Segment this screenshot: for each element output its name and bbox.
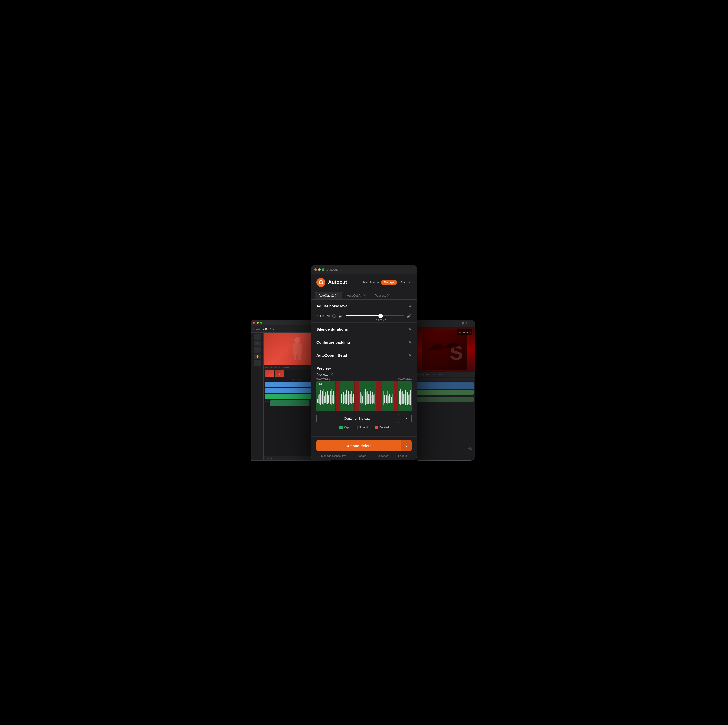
macbook-import-tab[interactable]: Import (252, 328, 261, 330)
svg-rect-21 (318, 395, 319, 402)
tab-podcast[interactable]: Podcast i (371, 292, 394, 299)
svg-rect-48 (343, 392, 344, 404)
configure-padding-header[interactable]: Configure padding ∨ (311, 336, 417, 349)
window-close-button[interactable] (314, 268, 317, 271)
svg-rect-84 (383, 394, 383, 402)
svg-rect-92 (388, 396, 389, 402)
macbook-sidebar-home-icon[interactable]: ⌂ (254, 334, 261, 340)
cut-dropdown-button[interactable]: ∨ (401, 440, 411, 451)
manage-button[interactable]: Manage (381, 280, 397, 285)
silence-durations-chevron-icon: ∨ (408, 327, 411, 332)
svg-rect-112 (409, 391, 409, 405)
configure-padding-title: Configure padding (317, 340, 350, 344)
svg-rect-63 (360, 392, 361, 402)
window-maximize-button[interactable] (322, 268, 324, 271)
svg-rect-113 (409, 394, 410, 405)
macbook-maximize-dot[interactable] (260, 322, 262, 324)
legend-kept-dot (339, 426, 343, 429)
ipad-time-ruler (416, 378, 474, 381)
autozoom-header[interactable]: AutoZoom (Beta) ∨ (311, 349, 417, 362)
svg-rect-25 (321, 392, 321, 404)
macbook-sidebar-pen-icon[interactable]: ✒ (254, 347, 261, 353)
tab-autocut-v2[interactable]: AutoCut v2 i (315, 292, 342, 299)
center-on-indicator-button[interactable]: Center on indicator (317, 414, 399, 423)
svg-rect-105 (404, 396, 404, 402)
noise-label: Noise level i (317, 314, 336, 318)
ipad-scroll-indicator[interactable] (468, 447, 472, 450)
lang-dropdown-icon: ▾ (404, 281, 405, 284)
legend-deleted: Deleted (375, 426, 389, 429)
legend-no-audio-dot (354, 426, 358, 429)
noise-slider[interactable]: -32.02 dB (346, 314, 404, 318)
svg-rect-86 (384, 395, 385, 402)
svg-rect-22 (319, 391, 319, 404)
noise-info-icon[interactable]: i (332, 314, 336, 318)
macbook-time-label: 1:00:00 (283, 366, 290, 369)
svg-rect-55 (349, 391, 349, 405)
svg-rect-77 (370, 391, 371, 404)
svg-rect-60 (352, 395, 352, 402)
configure-padding-section: Configure padding ∨ (311, 336, 417, 349)
tutorials-link[interactable]: Tutorials (355, 454, 366, 457)
time-range-row: 00:00:06.11 00:00:16.11 (317, 377, 411, 380)
svg-rect-46 (342, 391, 343, 404)
svg-rect-23 (320, 394, 320, 404)
macbook-minimize-dot[interactable] (257, 322, 258, 324)
logo-area: Autocut (317, 278, 347, 287)
svg-rect-72 (367, 395, 367, 402)
svg-rect-81 (373, 395, 373, 402)
macbook-status-fps: 3.976 fps (265, 457, 274, 459)
ipad-preview-area: S 1/2 00:03:0 (414, 327, 474, 372)
silence-durations-header[interactable]: Silence durations ∨ (311, 323, 417, 336)
cut-button-row: Cut and delete ∨ (317, 440, 411, 451)
svg-rect-1 (293, 343, 302, 355)
preview-label: Preview: (317, 373, 328, 376)
svg-rect-66 (362, 396, 363, 402)
more-options-button[interactable]: ⋯ (407, 280, 411, 285)
macbook-edit-tab[interactable]: Edit (262, 327, 268, 330)
noise-slider-thumb[interactable] (378, 314, 383, 318)
legend-no-audio: No audio (354, 426, 370, 429)
macbook-sidebar-hand-icon[interactable]: ✋ (254, 354, 261, 359)
ipad-top-bar: ⊞ ⬆ ☰ (414, 320, 474, 327)
tab-autocut-v2-info-icon[interactable]: i (335, 294, 338, 297)
noise-slider-track (346, 315, 404, 317)
cut-and-delete-button[interactable]: Cut and delete (317, 440, 401, 451)
preview-info-icon[interactable]: i (329, 373, 333, 376)
window-minimize-button[interactable] (318, 268, 321, 271)
svg-rect-69 (364, 391, 365, 404)
next-button[interactable]: › (401, 414, 411, 423)
svg-rect-24 (320, 390, 321, 405)
macbook-close-dot[interactable] (253, 322, 255, 324)
svg-rect-106 (405, 394, 405, 402)
bug-report-link[interactable]: Bug report (376, 454, 388, 457)
logout-link[interactable]: Logout (398, 454, 407, 457)
svg-rect-83 (375, 394, 375, 404)
tab-podcast-info-icon[interactable]: i (387, 294, 390, 297)
noise-level-header[interactable]: Adjust noise level ∧ (311, 300, 417, 312)
macbook-export-tab[interactable]: Expo (269, 328, 276, 330)
macbook-status-fit: Fit (275, 457, 277, 459)
svg-rect-57 (350, 396, 350, 402)
svg-rect-56 (349, 394, 349, 404)
macbook-file-label: amy-23-976.mp4 (265, 366, 280, 369)
svg-rect-47 (343, 389, 343, 405)
svg-rect-104 (403, 394, 404, 404)
time-start-label: 00:00:06.11 (317, 377, 330, 380)
autozoom-title: AutoZoom (Beta) (317, 353, 347, 358)
language-selector[interactable]: EN ▾ (399, 281, 405, 284)
macbook-sidebar-cursor-icon[interactable]: ↖ (254, 341, 261, 346)
svg-rect-9 (322, 283, 323, 284)
svg-rect-98 (393, 391, 393, 405)
macbook-sidebar-text-icon[interactable]: T (254, 360, 261, 366)
svg-rect-32 (326, 390, 326, 404)
svg-rect-70 (365, 389, 366, 405)
tab-autocut-ai[interactable]: AutoCut AI i (343, 292, 370, 299)
preview-legend: Kept No audio Deleted (317, 426, 411, 429)
noise-level-chevron-icon: ∧ (408, 304, 411, 308)
ipad-device: ⊞ ⬆ ☰ (414, 320, 475, 461)
tab-bar: AutoCut v2 i AutoCut AI i Podcast i (311, 289, 417, 300)
window-menu-icon[interactable]: ≡ (340, 268, 342, 272)
manage-licence-key-link[interactable]: Manage licence key (321, 454, 346, 457)
tab-autocut-ai-info-icon[interactable]: i (363, 294, 366, 297)
